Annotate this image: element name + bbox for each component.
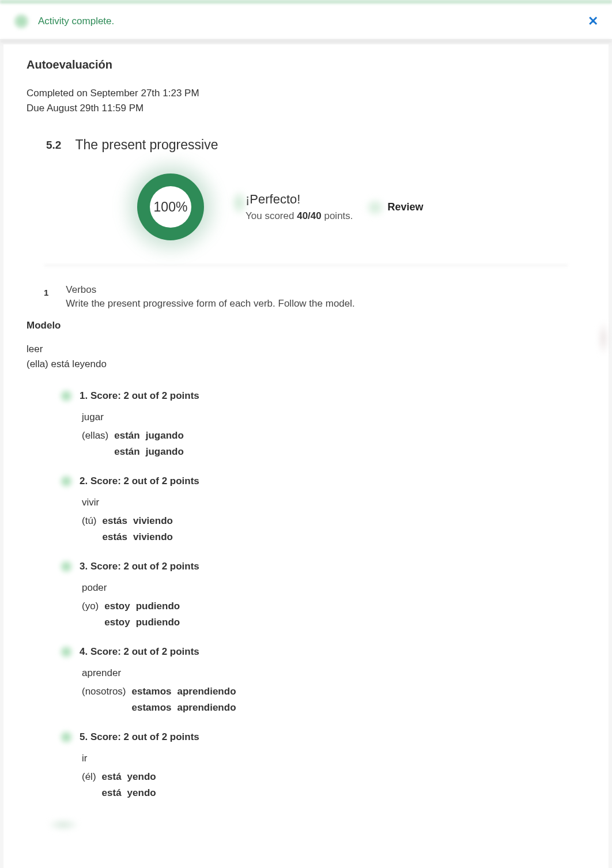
check-icon xyxy=(59,644,74,659)
user-answer-line: (nosotros) estamos aprendiendo xyxy=(82,686,585,697)
scored-value: 40/40 xyxy=(297,210,322,221)
modelo-answer: (ella) está leyendo xyxy=(27,357,585,372)
due-line: Due August 29th 11:59 PM xyxy=(27,103,585,114)
score-detail: You scored 40/40 points. xyxy=(245,210,353,222)
alert-bar: Activity complete. ✕ xyxy=(0,3,612,40)
exercise-number: 1 xyxy=(38,284,54,301)
key-gerund: jugando xyxy=(146,446,184,458)
user-answer-line: (ellas) están jugando xyxy=(82,430,585,441)
check-icon xyxy=(59,474,74,489)
answers-list: 1. Score: 2 out of 2 points jugar (ellas… xyxy=(59,388,585,799)
key-gerund: aprendiendo xyxy=(177,702,236,714)
answer-score: 1. Score: 2 out of 2 points xyxy=(80,390,199,402)
completed-line: Completed on September 27th 1:23 PM xyxy=(27,88,585,99)
side-blur xyxy=(598,321,609,356)
user-gerund: aprendiendo xyxy=(177,686,236,697)
answer-item: 4. Score: 2 out of 2 points aprender (no… xyxy=(59,644,585,714)
key-gerund: pudiendo xyxy=(136,617,180,628)
key-aux: estás xyxy=(103,531,127,543)
answer-verb: ir xyxy=(82,753,585,764)
exercise-title: Verbos xyxy=(66,284,354,296)
user-gerund: pudiendo xyxy=(136,601,180,612)
score-donut: 100% xyxy=(130,167,211,247)
key-answer-line: (yo) estoy pudiendo xyxy=(82,617,585,628)
scored-suffix: points. xyxy=(322,210,353,221)
key-answer-line: (nosotros) estamos aprendiendo xyxy=(82,702,585,714)
top-border xyxy=(0,0,612,3)
key-aux: está xyxy=(102,787,122,799)
user-answer-line: (tú) estás viviendo xyxy=(82,515,585,527)
section-number: 5.2 xyxy=(46,139,61,152)
check-icon xyxy=(14,14,29,29)
section-title: The present progressive xyxy=(75,137,218,153)
key-answer-line: (él) está yendo xyxy=(82,787,585,799)
score-row: 100% ¡Perfecto! You scored 40/40 points.… xyxy=(130,167,585,247)
answer-score: 3. Score: 2 out of 2 points xyxy=(80,561,199,572)
score-percent: 100% xyxy=(150,186,191,228)
section-divider xyxy=(44,265,568,267)
key-gerund: yendo xyxy=(127,787,156,799)
answer-item: 2. Score: 2 out of 2 points vivir (tú) e… xyxy=(59,474,585,543)
answer-score: 4. Score: 2 out of 2 points xyxy=(80,646,199,658)
divider xyxy=(0,40,612,44)
pronoun: (ellas) xyxy=(82,430,108,441)
user-gerund: viviendo xyxy=(133,515,173,527)
answer-verb: vivir xyxy=(82,497,585,508)
scored-prefix: You scored xyxy=(245,210,297,221)
key-aux: están xyxy=(114,446,139,458)
exercise-instructions: Write the present progressive form of ea… xyxy=(66,298,354,310)
user-gerund: yendo xyxy=(127,771,156,783)
key-aux: estoy xyxy=(104,617,130,628)
key-answer-line: (ellas) están jugando xyxy=(82,446,585,458)
user-answer-line: (yo) estoy pudiendo xyxy=(82,601,585,612)
pronoun: (él) xyxy=(82,771,96,783)
alert-text: Activity complete. xyxy=(38,16,114,27)
modelo-body: leer (ella) está leyendo xyxy=(27,342,585,371)
user-answer-line: (él) está yendo xyxy=(82,771,585,783)
pronoun: (nosotros) xyxy=(82,686,126,697)
pronoun: (yo) xyxy=(82,601,99,612)
answer-verb: aprender xyxy=(82,667,585,679)
answer-item: 1. Score: 2 out of 2 points jugar (ellas… xyxy=(59,388,585,458)
user-aux: estoy xyxy=(104,601,130,612)
pronoun: (tú) xyxy=(82,515,97,527)
review-button[interactable]: Review xyxy=(388,201,424,213)
key-aux: estamos xyxy=(132,702,172,714)
user-aux: estamos xyxy=(132,686,172,697)
modelo-label: Modelo xyxy=(27,320,585,331)
answer-verb: poder xyxy=(82,582,585,594)
modelo-verb: leer xyxy=(27,342,585,357)
key-gerund: viviendo xyxy=(133,531,173,543)
key-answer-line: (tú) estás viviendo xyxy=(82,531,585,543)
user-aux: están xyxy=(114,430,139,441)
answer-verb: jugar xyxy=(82,412,585,423)
check-icon xyxy=(59,388,74,403)
answer-score: 5. Score: 2 out of 2 points xyxy=(80,731,199,743)
close-icon[interactable]: ✕ xyxy=(588,15,598,28)
page-content: Autoevaluación Completed on September 27… xyxy=(3,44,609,868)
answer-score: 2. Score: 2 out of 2 points xyxy=(80,475,199,487)
user-aux: está xyxy=(102,771,122,783)
section-header: 5.2 The present progressive xyxy=(46,137,585,153)
user-aux: estás xyxy=(103,515,127,527)
exercise-header: 1 Verbos Write the present progressive f… xyxy=(38,284,585,310)
perfecto-title: ¡Perfecto! xyxy=(245,192,353,207)
check-icon xyxy=(59,559,74,574)
footer-blur xyxy=(27,815,585,838)
answer-item: 5. Score: 2 out of 2 points ir (él) está… xyxy=(59,730,585,799)
user-gerund: jugando xyxy=(146,430,184,441)
check-icon xyxy=(59,730,74,745)
score-message: ¡Perfecto! You scored 40/40 points. xyxy=(245,192,353,222)
page-title: Autoevaluación xyxy=(27,58,585,71)
answer-item: 3. Score: 2 out of 2 points poder (yo) e… xyxy=(59,559,585,628)
